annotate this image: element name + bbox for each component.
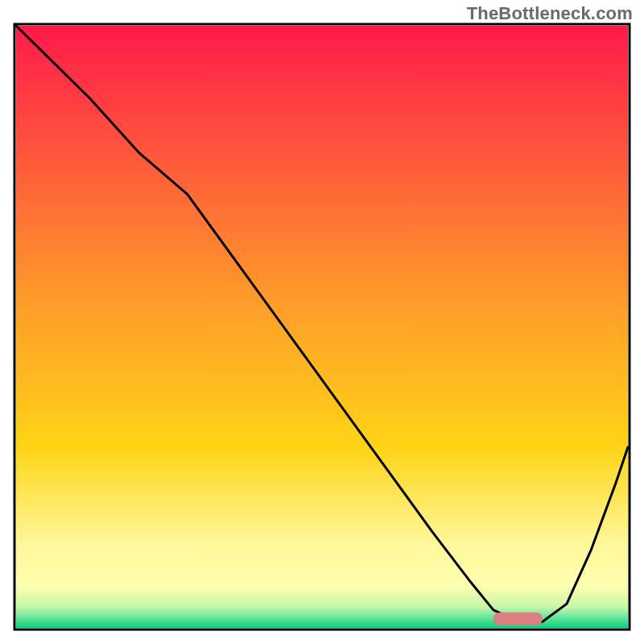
chart-stage: TheBottleneck.com xyxy=(0,0,644,644)
bottleneck-chart xyxy=(0,0,644,644)
plot-gradient-area xyxy=(16,26,628,628)
watermark-text: TheBottleneck.com xyxy=(467,3,633,24)
optimal-range-marker xyxy=(493,613,543,625)
